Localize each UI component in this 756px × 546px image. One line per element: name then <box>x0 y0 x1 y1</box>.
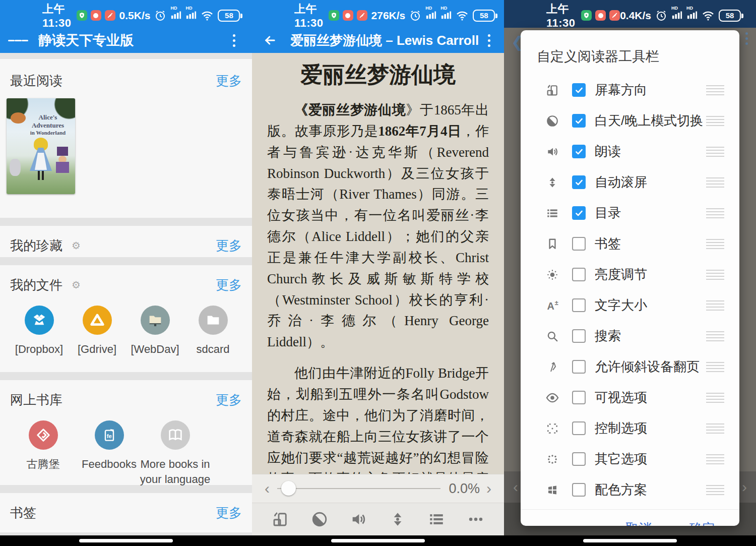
more-link[interactable]: 更多 <box>216 391 242 409</box>
storage-gdrive[interactable]: [Gdrive] <box>68 306 126 357</box>
day-night-icon <box>545 113 560 129</box>
item-label: 允许倾斜设备翻页 <box>595 358 700 376</box>
toolbar-item-tts[interactable]: 朗读 <box>521 136 739 167</box>
checkbox[interactable] <box>572 175 586 189</box>
toolbar-item-search[interactable]: 搜索 <box>521 321 739 351</box>
gear-icon[interactable]: ⚙ <box>72 240 81 251</box>
drag-handle[interactable] <box>706 393 724 403</box>
reading-page[interactable]: 爱丽丝梦游仙境 《爱丽丝梦游仙境》于1865年出版。故事原形乃是1862年7月4… <box>252 53 504 474</box>
drag-handle[interactable] <box>706 423 724 434</box>
checkbox[interactable] <box>572 206 586 220</box>
checkbox[interactable] <box>572 360 586 374</box>
autoscroll-icon[interactable] <box>388 509 408 529</box>
storage-dropbox[interactable]: [Dropbox] <box>10 306 68 357</box>
checkbox[interactable] <box>572 452 586 466</box>
dialog-title: 自定义阅读器工具栏 <box>521 30 739 75</box>
overflow-menu-icon[interactable] <box>224 30 244 50</box>
more-link[interactable]: 更多 <box>216 237 242 255</box>
ok-button[interactable]: 确定 <box>689 520 715 526</box>
progress-slider[interactable] <box>277 488 440 489</box>
clock: 上午11:30 <box>294 2 324 30</box>
checkbox[interactable] <box>572 145 586 158</box>
search-icon <box>545 329 560 344</box>
drag-handle[interactable] <box>706 362 724 372</box>
toolbar-item-day-night[interactable]: 白天/晚上模式切换 <box>521 105 739 136</box>
autoscroll-icon <box>545 175 560 190</box>
toolbar-item-other-options[interactable]: 其它选项 <box>521 444 739 474</box>
bookmark-icon <box>545 236 560 252</box>
more-options-icon[interactable] <box>466 509 486 529</box>
mute-notification-icon <box>609 10 620 21</box>
signal-icon-sim2: HD <box>440 9 452 22</box>
clock: 上午11:30 <box>546 2 576 30</box>
checkbox[interactable] <box>572 483 586 497</box>
overflow-menu-icon[interactable] <box>479 30 499 50</box>
drag-handle[interactable] <box>706 300 724 311</box>
drag-handle[interactable] <box>706 177 724 188</box>
storage-sdcard[interactable]: sdcard <box>184 306 242 357</box>
gear-icon[interactable]: ⚙ <box>72 280 81 290</box>
toolbar-item-toc[interactable]: 目录 <box>521 198 739 228</box>
slider-handle[interactable] <box>281 481 296 496</box>
storage-webdav[interactable]: [WebDav] <box>126 306 184 357</box>
more-link[interactable]: 更多 <box>216 276 242 294</box>
storage-label: [WebDav] <box>131 342 179 357</box>
home-gesture-pill[interactable] <box>79 539 173 542</box>
back-icon[interactable] <box>260 30 280 50</box>
day-night-icon[interactable] <box>309 509 330 529</box>
toolbar-item-control-options[interactable]: 控制选项 <box>521 413 739 444</box>
drag-handle[interactable] <box>706 270 724 280</box>
toolbar-item-brightness[interactable]: 亮度调节 <box>521 259 739 290</box>
home-gesture-pill[interactable] <box>583 539 677 542</box>
drag-handle[interactable] <box>706 116 724 126</box>
battery-icon: 58 <box>473 10 495 22</box>
control-options-icon <box>545 421 560 436</box>
toolbar-item-color-scheme[interactable]: 配色方案 <box>521 474 739 505</box>
battery-icon: 58 <box>719 10 741 22</box>
signal-icon-sim1: HD <box>170 9 181 22</box>
brightness-icon <box>545 267 560 282</box>
cancel-button[interactable]: 取消 <box>625 520 652 526</box>
checkbox[interactable] <box>572 298 586 312</box>
toolbar-item-orientation[interactable]: 屏幕方向 <box>521 75 739 105</box>
catalog-more-books[interactable]: More books in your language <box>142 420 208 487</box>
progress-slider-bar: ‹ 0.0% › <box>252 474 504 503</box>
checkbox[interactable] <box>572 391 586 404</box>
drag-handle[interactable] <box>706 85 724 95</box>
net-speed: 0.5K/s <box>119 10 151 22</box>
menu-icon[interactable] <box>8 30 28 50</box>
catalog-feedbooks[interactable]: fe Feedbooks <box>76 420 142 487</box>
checkbox[interactable] <box>572 268 586 281</box>
drag-handle[interactable] <box>706 331 724 341</box>
catalog-gutenberg[interactable]: 古腾堡 <box>10 420 76 487</box>
storage-label: [Dropbox] <box>15 342 63 357</box>
drag-handle[interactable] <box>706 147 724 157</box>
page-next-icon[interactable]: › <box>482 480 496 497</box>
checkbox[interactable] <box>572 83 586 97</box>
home-gesture-pill[interactable] <box>331 539 425 542</box>
tts-speaker-icon[interactable] <box>348 509 368 529</box>
checkbox[interactable] <box>572 237 586 251</box>
page-prev-icon[interactable]: ‹ <box>260 480 274 497</box>
more-link[interactable]: 更多 <box>216 504 242 522</box>
more-link[interactable]: 更多 <box>216 72 242 90</box>
drag-handle[interactable] <box>706 454 724 464</box>
toolbar-item-visual-options[interactable]: 可视选项 <box>521 382 739 413</box>
drag-handle[interactable] <box>706 208 724 218</box>
book-cover-alice[interactable]: Alice's Adventures in Wonderland <box>7 98 75 194</box>
checkbox[interactable] <box>572 329 586 343</box>
toolbar-item-text-size[interactable]: A± 文字大小 <box>521 290 739 321</box>
toc-icon[interactable] <box>426 509 447 529</box>
drag-handle[interactable] <box>706 485 724 495</box>
catalog-label: More books in your language <box>140 457 211 487</box>
drag-handle[interactable] <box>706 239 724 249</box>
orientation-icon[interactable] <box>270 509 290 529</box>
toolbar-item-bookmark[interactable]: 书签 <box>521 228 739 259</box>
clock: 上午11:30 <box>42 2 72 30</box>
toolbar-item-tilt-flip[interactable]: 允许倾斜设备翻页 <box>521 351 739 382</box>
catalog-label: Feedbooks <box>82 457 137 472</box>
chapter-title: 爱丽丝梦游仙境 <box>252 60 504 90</box>
checkbox[interactable] <box>572 114 586 128</box>
toolbar-item-autoscroll[interactable]: 自动滚屏 <box>521 167 739 198</box>
checkbox[interactable] <box>572 421 586 435</box>
